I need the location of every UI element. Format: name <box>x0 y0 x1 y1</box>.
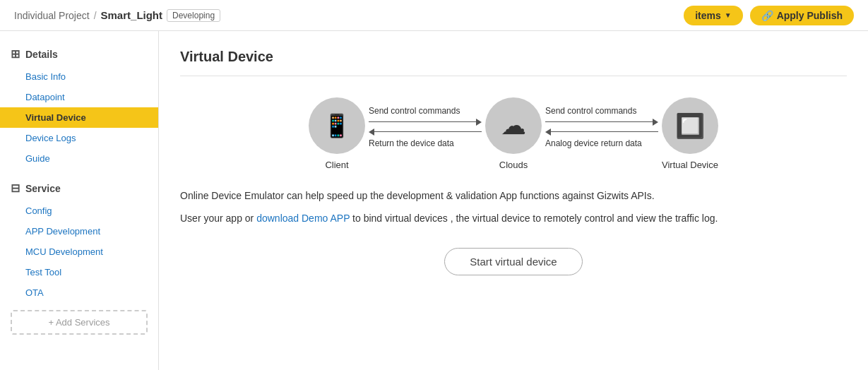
arrow-line <box>374 131 482 132</box>
sidebar-item-test-tool[interactable]: Test Tool <box>0 262 158 282</box>
project-status-badge: Developing <box>167 9 220 22</box>
client-icon-circle: 📱 <box>309 97 365 154</box>
sidebar-item-device-logs[interactable]: Device Logs <box>0 128 158 148</box>
chip-icon: 🔲 <box>675 112 705 140</box>
diagram-node-client: 📱 Client <box>309 97 365 170</box>
items-label: items <box>695 10 721 21</box>
sidebar: ⊞ Details Basic Info Datapoint Virtual D… <box>0 31 159 370</box>
sidebar-item-basic-info[interactable]: Basic Info <box>0 66 158 87</box>
sidebar-item-guide[interactable]: Guide <box>0 148 158 169</box>
arrows-clouds-virtual: Send control commands Analog device retu… <box>545 106 658 148</box>
project-name: Smart_Light <box>101 9 163 21</box>
details-section-label: Details <box>25 49 58 60</box>
breadcrumb-separator: / <box>94 10 97 21</box>
items-button[interactable]: items ▼ <box>684 6 742 25</box>
client-label: Client <box>325 160 348 170</box>
virtual-device-icon-circle: 🔲 <box>662 97 718 154</box>
service-section-label: Service <box>25 183 61 194</box>
return-data-label-1: Return the device data <box>369 138 454 148</box>
arrow-head-right <box>653 119 658 126</box>
page-title: Virtual Device <box>180 49 847 76</box>
header-right: items ▼ 🔗 Apply Publish <box>684 6 854 25</box>
header-left: Individual Project / Smart_Light Develop… <box>14 9 220 22</box>
arrow-left-1 <box>369 129 482 136</box>
chevron-down-icon: ▼ <box>725 11 732 19</box>
arrow-line <box>369 121 476 122</box>
breadcrumb-link[interactable]: Individual Project <box>14 10 90 21</box>
sidebar-item-ota[interactable]: OTA <box>0 282 158 303</box>
add-services-button[interactable]: + Add Services <box>11 310 148 335</box>
arrow-line <box>551 131 658 132</box>
description-2-suffix: to bind virtual devices , the virtual de… <box>350 213 718 224</box>
description-2: User your app or download Demo APP to bi… <box>180 210 847 226</box>
sidebar-item-virtual-device[interactable]: Virtual Device <box>0 107 158 128</box>
arrow-line <box>545 121 653 122</box>
sidebar-item-config[interactable]: Config <box>0 201 158 221</box>
sidebar-item-app-development[interactable]: APP Development <box>0 221 158 241</box>
arrows-client-clouds: Send control commands Return the device … <box>369 106 482 148</box>
clouds-label: Clouds <box>499 160 528 170</box>
send-commands-label-1: Send control commands <box>369 106 460 116</box>
arrow-right-1 <box>369 119 482 126</box>
header: Individual Project / Smart_Light Develop… <box>0 0 868 31</box>
service-icon: ⊟ <box>11 181 20 195</box>
apply-publish-button[interactable]: 🔗 Apply Publish <box>750 6 854 25</box>
layout: ⊞ Details Basic Info Datapoint Virtual D… <box>0 31 868 370</box>
sidebar-item-datapoint[interactable]: Datapoint <box>0 87 158 107</box>
details-section-header: ⊞ Details <box>0 42 158 66</box>
virtual-device-diagram: 📱 Client Send control commands Return th… <box>180 97 847 170</box>
diagram-node-clouds: ☁ Clouds <box>485 97 542 170</box>
publish-label: Apply Publish <box>777 10 843 21</box>
start-virtual-device-button[interactable]: Start virtual device <box>444 248 582 275</box>
analog-return-label: Analog device return data <box>545 138 642 148</box>
clouds-icon-circle: ☁ <box>485 97 542 154</box>
arrow-left-2 <box>545 129 658 136</box>
main-content: Virtual Device 📱 Client Send control com… <box>159 31 868 370</box>
arrow-head-right <box>476 119 482 126</box>
service-section-header: ⊟ Service <box>0 176 158 201</box>
download-demo-link[interactable]: download Demo APP <box>256 213 350 224</box>
sidebar-item-mcu-development[interactable]: MCU Development <box>0 241 158 262</box>
virtual-device-label: Virtual Device <box>662 160 718 170</box>
description-2-prefix: User your app or <box>180 213 256 224</box>
arrow-head-left <box>369 129 374 136</box>
details-icon: ⊞ <box>11 47 20 61</box>
cloud-icon: ☁ <box>501 111 526 141</box>
description-1: Online Device Emulator can help speed up… <box>180 188 847 203</box>
diagram-node-virtual-device: 🔲 Virtual Device <box>662 97 718 170</box>
send-commands-label-2: Send control commands <box>545 106 636 116</box>
add-services-label: + Add Services <box>48 317 109 328</box>
phone-icon: 📱 <box>323 112 351 139</box>
publish-link-icon: 🔗 <box>761 10 773 21</box>
start-button-wrapper: Start virtual device <box>180 248 847 275</box>
arrow-right-2 <box>545 119 658 126</box>
arrow-head-left <box>545 129 551 136</box>
